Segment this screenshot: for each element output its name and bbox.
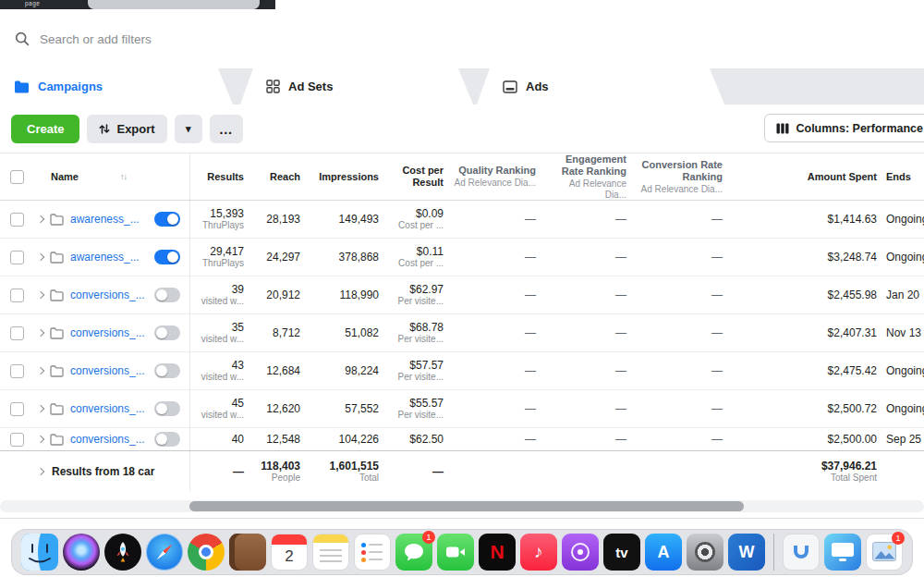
columns-button[interactable]: Columns: Performance [764, 114, 924, 142]
campaign-name-link[interactable]: conversions_... [70, 326, 145, 339]
magnet-app-icon[interactable] [783, 534, 820, 571]
campaign-toggle[interactable] [154, 212, 180, 227]
filter-bar[interactable]: Search or add filters [0, 9, 924, 68]
system-settings-icon[interactable] [687, 534, 723, 571]
reminders-icon[interactable] [354, 534, 391, 571]
row-checkbox[interactable] [10, 251, 24, 264]
campaign-name-link[interactable]: awareness_... [70, 251, 140, 264]
header-cost-per-result[interactable]: Cost per Result [383, 153, 450, 200]
cell-amount-spent: $2,500.00 [732, 428, 882, 450]
finder-icon[interactable] [21, 534, 58, 571]
cell-checkbox [0, 390, 33, 427]
expand-chevron-icon[interactable] [37, 291, 44, 299]
campaign-name-link[interactable]: conversions_... [70, 433, 145, 446]
select-all-checkbox[interactable] [10, 170, 24, 184]
header-conversion-rate-ranking[interactable]: Conversion Rate RankingAd Relevance Dia.… [636, 153, 732, 200]
folder-icon [50, 327, 64, 339]
campaign-toggle[interactable] [154, 432, 180, 447]
expand-chevron-icon[interactable] [37, 329, 44, 337]
browser-header-fragment: page [0, 0, 275, 9]
row-checkbox[interactable] [10, 326, 24, 340]
cell-results: 43visited w... [189, 352, 249, 389]
row-checkbox[interactable] [10, 364, 24, 378]
word-icon[interactable]: W [728, 534, 765, 571]
tab-campaigns[interactable]: Campaigns [0, 68, 233, 104]
header-ends[interactable]: Ends [882, 153, 924, 200]
toolbar: Create Export ▾ … Columns: Performance [0, 104, 924, 153]
header-name[interactable]: Name ↑↓ [33, 153, 189, 200]
cell-results: 40 [189, 428, 249, 450]
header-quality-ranking[interactable]: Quality RankingAd Relevance Dia... [450, 153, 545, 200]
safari-icon[interactable] [146, 534, 183, 571]
siri-icon[interactable] [63, 534, 100, 571]
export-button[interactable]: Export [87, 115, 166, 143]
tab-ads[interactable]: Ads [477, 68, 724, 104]
apple-tv-icon[interactable]: tv [603, 534, 640, 571]
facetime-icon[interactable] [437, 534, 474, 571]
folder-icon [50, 252, 64, 264]
cell-name: awareness_... [33, 201, 189, 238]
campaign-name-link[interactable]: awareness_... [70, 213, 140, 226]
remote-desktop-icon[interactable] [824, 534, 861, 571]
create-button[interactable]: Create [11, 115, 79, 143]
more-options-button[interactable]: … [210, 115, 243, 143]
expand-chevron-icon[interactable] [37, 467, 44, 474]
cell-results: 45visited w... [189, 390, 249, 427]
podcasts-icon[interactable] [562, 534, 599, 571]
header-reach[interactable]: Reach [249, 153, 305, 200]
cell-reach: 12,620 [249, 390, 305, 427]
campaign-toggle[interactable] [154, 401, 180, 416]
header-engagement-rate-ranking[interactable]: Engagement Rate RankingAd Relevance Dia.… [545, 153, 636, 200]
cell-ends: Ongoing [882, 352, 924, 389]
campaign-toggle[interactable] [154, 250, 180, 264]
campaign-row: conversions_... 43visited w... 12,684 98… [0, 352, 924, 390]
netflix-icon[interactable]: N [479, 534, 516, 571]
cell-name: conversions_... [33, 276, 189, 313]
expand-chevron-icon[interactable] [37, 215, 44, 223]
dictionary-icon[interactable] [229, 534, 266, 571]
row-checkbox[interactable] [10, 433, 24, 447]
messages-icon[interactable]: 1 [395, 534, 432, 571]
cell-results: 35visited w... [189, 314, 249, 351]
campaign-name-link[interactable]: conversions_... [70, 402, 145, 415]
expand-chevron-icon[interactable] [37, 405, 44, 412]
campaign-name-link[interactable]: conversions_... [70, 288, 145, 301]
app-store-icon[interactable]: A [645, 534, 682, 571]
campaign-toggle[interactable] [154, 363, 180, 378]
horizontal-scrollbar-thumb[interactable] [189, 501, 744, 511]
notes-header [313, 534, 348, 543]
display-glyph [824, 534, 861, 571]
expand-chevron-icon[interactable] [37, 367, 44, 374]
launchpad-rocket-icon[interactable] [104, 534, 141, 571]
header-amount-spent[interactable]: Amount Spent [732, 153, 882, 200]
music-icon[interactable]: ♪ [520, 534, 557, 571]
calendar-icon[interactable]: 2 [271, 534, 308, 571]
browser-top-strip: page [0, 0, 924, 9]
header-impressions[interactable]: Impressions [305, 153, 383, 200]
expand-chevron-icon[interactable] [37, 436, 44, 443]
notes-icon[interactable] [312, 534, 349, 571]
cell-amount-spent: $2,407.31 [732, 314, 882, 351]
campaign-toggle[interactable] [154, 288, 180, 302]
expand-chevron-icon[interactable] [37, 253, 44, 261]
sort-icon[interactable]: ↑↓ [120, 172, 127, 181]
header-results[interactable]: Results [189, 153, 249, 200]
campaign-toggle[interactable] [154, 325, 180, 340]
preview-image-icon[interactable]: 1 [866, 534, 903, 571]
summary-amount-spent: $37,946.21Total Spent [732, 451, 882, 491]
row-checkbox[interactable] [10, 288, 24, 302]
cell-ends: Jan 20 [882, 276, 924, 313]
cell-reach: 12,684 [249, 352, 305, 389]
export-dropdown-button[interactable]: ▾ [175, 115, 202, 143]
tab-ad-sets[interactable]: Ad Sets [240, 68, 473, 104]
row-checkbox[interactable] [10, 402, 24, 416]
chrome-icon[interactable] [188, 534, 225, 571]
summary-label-cell[interactable]: Results from 18 car [0, 451, 189, 491]
table-body: awareness_... 15,393ThruPlays 28,193 149… [0, 201, 924, 450]
cell-conversion-ranking: — [636, 276, 732, 313]
desktop-area: 2 1 N ♪ tv A W [0, 529, 924, 575]
campaign-name-link[interactable]: conversions_... [70, 364, 145, 377]
cell-results: 39visited w... [189, 276, 249, 313]
row-checkbox[interactable] [10, 213, 24, 227]
cell-checkbox [0, 276, 33, 313]
